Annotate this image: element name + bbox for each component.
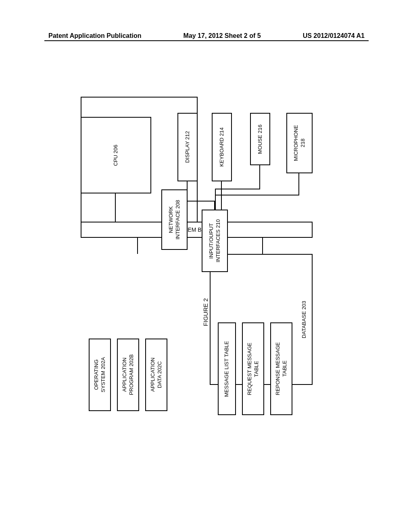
connector-line [262,238,263,254]
cpu-box: CPU 206 [81,117,151,193]
connector-line [221,181,222,210]
connector-line [215,195,299,195]
req-msg-box: REQUEST MESSAGE TABLE [242,322,264,415]
os-box: OPERATING SYSTEM 202A [89,339,111,411]
header-center: May 17, 2012 Sheet 2 of 5 [184,32,261,39]
app-data-box: APPLICATION DATA 202C [145,339,167,411]
connector-line [187,181,188,202]
header-right: US 2012/0124074 A1 [303,32,365,39]
io-interfaces-box: INPUT/OUPUT INTERFACES 210 [202,210,228,272]
connector-line [215,189,260,189]
database-label: DATABASE 203 [301,301,308,338]
connector-line [115,193,116,222]
connector-line [298,173,299,195]
network-interface-box: NETWORK INTERFACE 208 [161,189,188,250]
header-divider [44,40,369,41]
figure-caption: FIGURE 2 [202,298,210,326]
msg-list-box: MESSAGE LIST TABLE [218,322,236,415]
connector-line [259,165,260,189]
system-bus-box: SYSTEM BUS 204 [81,222,313,238]
microphone-box: MICROPHONE 218 [286,113,313,173]
app-program-box: APPLICATION PROGRAM 202B [117,339,139,411]
connector-line [215,189,216,210]
mouse-box: MOUSE 216 [250,113,270,165]
display-box: DISPLAY 212 [177,113,198,181]
resp-msg-box: REPONSE MESSAGE TABLE [270,322,292,415]
keyboard-box: KEYBOARD 214 [212,113,232,181]
connector-line [137,238,138,254]
diagram: MEMORY 202 OPERATING SYSTEM 202A APPLICA… [81,97,315,431]
connector-line [187,201,215,202]
header-left: Patent Application Publication [48,32,142,39]
